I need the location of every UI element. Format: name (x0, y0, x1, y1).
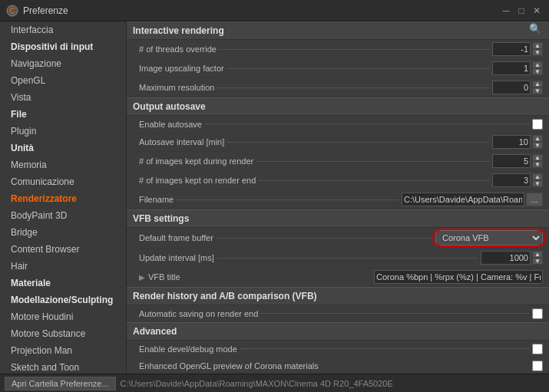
image-upscaling-spinner: ▲ ▼ (532, 61, 543, 75)
sidebar-item-plugin[interactable]: Plugin (0, 123, 126, 140)
images-render-end-down[interactable]: ▼ (532, 180, 543, 187)
sidebar-item-memoria[interactable]: Memoria (0, 156, 126, 173)
sidebar-item-motore-substance[interactable]: Motore Substance (0, 325, 126, 342)
window-title: Preferenze (23, 5, 500, 16)
control-opengl-preview (532, 361, 543, 371)
row-image-upscaling: Image upscaling factor ▲ ▼ (127, 59, 549, 78)
auto-saving-checkbox[interactable] (532, 308, 543, 319)
row-vfb-title: ▶ VFB title (127, 268, 549, 287)
sidebar: Interfaccia Dispositivi di input Navigaz… (0, 21, 127, 374)
sidebar-item-modellazione[interactable]: Modellazione/Sculpting (0, 292, 126, 308)
label-vfb-title: ▶ VFB title (139, 272, 374, 282)
preferences-path: C:\Users\Davide\AppData\Roaming\MAXON\Ci… (121, 379, 393, 388)
threads-override-input[interactable] (492, 42, 531, 56)
sidebar-item-sketch-toon[interactable]: Sketch and Toon (0, 359, 126, 374)
sidebar-item-materiale[interactable]: Materiale (0, 275, 126, 292)
sidebar-item-unita[interactable]: Unità (0, 140, 126, 156)
sidebar-item-dispositivi[interactable]: Dispositivi di input (0, 38, 126, 55)
sidebar-item-content-browser[interactable]: Content Browser (0, 241, 126, 258)
sidebar-item-projection-man[interactable]: Projection Man (0, 342, 126, 359)
app-icon: C (6, 5, 18, 17)
update-interval-input[interactable] (481, 251, 531, 265)
image-upscaling-up[interactable]: ▲ (532, 61, 543, 68)
sidebar-item-motore-houdini[interactable]: Motore Houdini (0, 308, 126, 325)
minimize-button[interactable]: ─ (500, 5, 512, 17)
threads-override-up[interactable]: ▲ (532, 42, 543, 49)
row-filename: Filename ... (127, 190, 549, 209)
browse-button[interactable]: ... (526, 193, 543, 206)
label-opengl-preview: Enhanced OpenGL preview of Corona materi… (139, 361, 532, 371)
row-default-frame-buffer: Default frame buffer Corona VFB Cinema 4… (127, 228, 549, 249)
close-button[interactable]: ✕ (531, 5, 543, 17)
label-enable-autosave: Enable autosave (139, 120, 532, 129)
images-render-end-input[interactable] (492, 173, 531, 187)
sidebar-item-vista[interactable]: Vista (0, 89, 126, 106)
label-images-during-render: # of images kept during render (139, 156, 492, 166)
control-images-render-end: ▲ ▼ (492, 173, 543, 187)
sidebar-item-bodypaint[interactable]: BodyPaint 3D (0, 207, 126, 224)
section-output-autosave: Output autosave (127, 97, 549, 116)
autosave-interval-up[interactable]: ▲ (532, 135, 543, 142)
max-resolution-down[interactable]: ▼ (532, 87, 543, 94)
row-max-resolution: Maximum resolution ▲ ▼ (127, 78, 549, 97)
autosave-interval-spinner: ▲ ▼ (532, 135, 543, 149)
label-image-upscaling: Image upscaling factor (139, 64, 492, 73)
svg-text:C: C (9, 7, 15, 15)
section-render-history: Render history and A/B comparison (VFB) (127, 287, 549, 305)
row-autosave-interval: Autosave interval [min] ▲ ▼ (127, 133, 549, 152)
update-interval-up[interactable]: ▲ (532, 251, 543, 258)
title-bar: C Preferenze ─ □ ✕ (0, 0, 549, 21)
sidebar-item-interfaccia[interactable]: Interfaccia (0, 21, 126, 38)
search-icon[interactable]: 🔍 (529, 23, 541, 35)
enable-autosave-checkbox[interactable] (532, 119, 543, 130)
update-interval-spinner: ▲ ▼ (532, 251, 543, 265)
images-during-render-spinner: ▲ ▼ (532, 154, 543, 168)
control-images-during-render: ▲ ▼ (492, 154, 543, 168)
images-during-render-up[interactable]: ▲ (532, 154, 543, 161)
opengl-preview-checkbox[interactable] (532, 361, 543, 371)
label-devel-debug: Enable devel/debug mode (139, 344, 532, 354)
sidebar-item-bridge[interactable]: Bridge (0, 224, 126, 241)
control-update-interval: ▲ ▼ (481, 251, 543, 265)
image-upscaling-down[interactable]: ▼ (532, 68, 543, 75)
control-enable-autosave (532, 119, 543, 130)
window-controls: ─ □ ✕ (500, 5, 543, 17)
content-panel: 🔍 Interactive rendering # of threads ove… (127, 21, 549, 374)
sidebar-item-file[interactable]: File (0, 106, 126, 123)
sidebar-item-hair[interactable]: Hair (0, 258, 126, 275)
image-upscaling-input[interactable] (492, 61, 531, 75)
max-resolution-up[interactable]: ▲ (532, 81, 543, 87)
autosave-interval-input[interactable] (492, 135, 531, 149)
max-resolution-input[interactable] (492, 81, 531, 94)
filename-input[interactable] (402, 193, 524, 206)
control-filename: ... (402, 193, 543, 206)
section-advanced: Advanced (127, 322, 549, 341)
open-folder-button[interactable]: Apri Cartella Preferenze... (5, 377, 116, 390)
devel-debug-checkbox[interactable] (532, 344, 543, 354)
section-interactive-rendering: Interactive rendering (127, 21, 549, 40)
maximize-button[interactable]: □ (515, 5, 528, 17)
sidebar-item-comunicazione[interactable]: Comunicazione (0, 173, 126, 190)
row-enable-autosave: Enable autosave (127, 116, 549, 133)
autosave-interval-down[interactable]: ▼ (532, 142, 543, 149)
control-max-resolution: ▲ ▼ (492, 81, 543, 94)
control-vfb-title (374, 270, 543, 284)
vfb-title-input[interactable] (374, 270, 543, 284)
row-images-during-render: # of images kept during render ▲ ▼ (127, 152, 549, 171)
sidebar-item-renderizzatore[interactable]: Renderizzatore (0, 190, 126, 207)
section-vfb-settings: VFB settings (127, 209, 549, 228)
triangle-icon: ▶ (139, 273, 145, 282)
update-interval-down[interactable]: ▼ (532, 258, 543, 265)
control-threads-override: ▲ ▼ (492, 42, 543, 56)
images-render-end-up[interactable]: ▲ (532, 173, 543, 180)
label-autosave-interval: Autosave interval [min] (139, 137, 492, 147)
images-during-render-input[interactable] (492, 154, 531, 168)
default-frame-buffer-dropdown[interactable]: Corona VFB Cinema 4D VFB (435, 230, 543, 245)
sidebar-item-opengl[interactable]: OpenGL (0, 72, 126, 89)
sidebar-item-navigazione[interactable]: Navigazione (0, 55, 126, 72)
threads-override-down[interactable]: ▼ (532, 49, 543, 56)
main-container: Interfaccia Dispositivi di input Navigaz… (0, 21, 549, 374)
images-during-render-down[interactable]: ▼ (532, 161, 543, 168)
control-auto-saving (532, 308, 543, 319)
threads-override-spinner: ▲ ▼ (532, 42, 543, 56)
